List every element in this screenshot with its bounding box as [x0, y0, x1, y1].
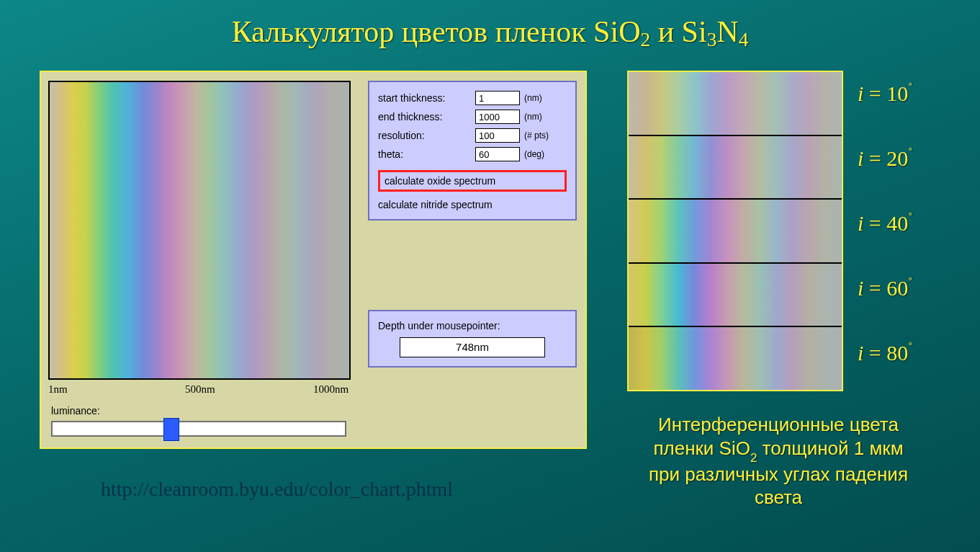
resolution-input[interactable]	[475, 128, 520, 143]
resolution-label: resolution:	[378, 130, 475, 141]
angle-strip-20	[629, 136, 842, 200]
depth-readout-label: Depth under mousepointer:	[378, 320, 567, 331]
angle-strip-80	[629, 327, 842, 390]
angle-label-10: i = 10˚	[858, 81, 951, 106]
start-thickness-input[interactable]	[475, 91, 520, 105]
page-title: Калькулятор цветов пленок SiO2 и Si3N4	[0, 0, 980, 49]
resolution-unit: (# pts)	[524, 130, 549, 141]
calculator-panel: 1nm 500nm 1000nm start thickness: (nm) e…	[40, 71, 587, 449]
angle-caption: Интерференционные цвета пленки SiO2 толщ…	[598, 413, 958, 509]
angle-label-80: i = 80˚	[858, 341, 951, 365]
axis-tick-end: 1000nm	[313, 383, 349, 396]
axis-tick-start: 1nm	[48, 383, 68, 396]
angle-label-40: i = 40˚	[858, 211, 951, 236]
theta-input[interactable]	[475, 147, 520, 161]
depth-readout-panel: Depth under mousepointer: 748nm	[368, 310, 577, 368]
angle-strip-40	[629, 200, 842, 264]
theta-unit: (deg)	[524, 149, 544, 159]
luminance-slider[interactable]	[51, 421, 346, 437]
luminance-slider-thumb[interactable]	[163, 418, 179, 441]
angle-labels: i = 10˚ i = 20˚ i = 40˚ i = 60˚ i = 80˚	[858, 81, 951, 406]
axis-tick-mid: 500nm	[185, 383, 215, 396]
end-thickness-unit: (nm)	[524, 112, 542, 122]
parameter-form: start thickness: (nm) end thickness: (nm…	[368, 81, 577, 221]
depth-readout-value: 748nm	[400, 337, 545, 357]
calculate-nitride-button[interactable]: calculate nitride spectrum	[378, 196, 567, 213]
luminance-label: luminance:	[51, 405, 100, 417]
calculate-oxide-button[interactable]: calculate oxide spectrum	[378, 170, 567, 192]
angle-strip-10	[629, 72, 842, 136]
spectrum-display[interactable]	[48, 81, 351, 380]
end-thickness-input[interactable]	[475, 110, 520, 124]
angle-label-20: i = 20˚	[858, 146, 951, 171]
source-url: http://cleanroom.byu.edu/color_chart.pht…	[101, 478, 453, 501]
angle-comparison-panel	[627, 71, 843, 391]
start-thickness-unit: (nm)	[524, 93, 542, 103]
theta-label: theta:	[378, 148, 475, 160]
angle-strip-60	[629, 264, 842, 328]
angle-label-60: i = 60˚	[858, 276, 951, 301]
start-thickness-label: start thickness:	[378, 92, 475, 104]
end-thickness-label: end thickness:	[378, 111, 475, 123]
